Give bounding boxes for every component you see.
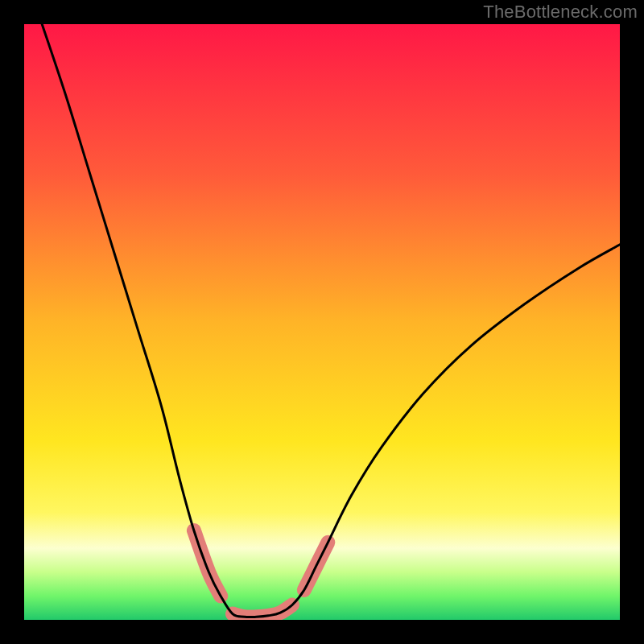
chart-frame: TheBottleneck.com [0,0,644,644]
gradient-background [24,24,620,620]
plot-area [24,24,620,620]
watermark-text: TheBottleneck.com [483,2,638,23]
plot-svg [24,24,620,620]
